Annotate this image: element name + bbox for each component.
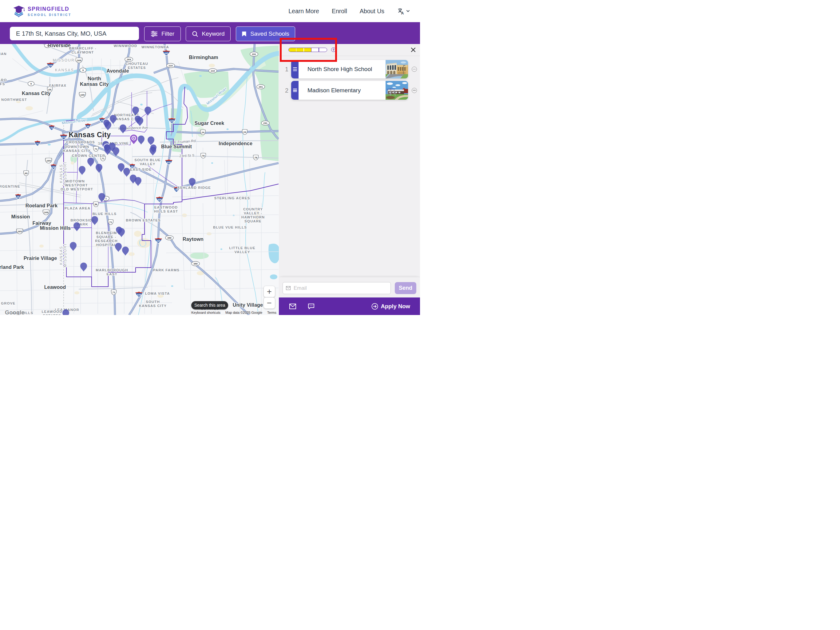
map-label: N GROVE <box>0 301 15 305</box>
svg-text:169: 169 <box>17 230 22 233</box>
map-label: rland Park <box>0 264 24 270</box>
route-shield: 71 <box>108 220 114 225</box>
saved-schools-button[interactable]: Saved Schools <box>236 27 295 41</box>
svg-text:269: 269 <box>127 58 131 61</box>
close-panel-icon[interactable] <box>411 47 416 52</box>
route-shield: 169 <box>43 210 49 215</box>
keyboard-shortcuts-link[interactable]: Keyboard shortcuts <box>191 311 221 314</box>
graduation-cap-logo-icon <box>12 5 25 17</box>
brand-subtitle: SCHOOL DISTRICT <box>28 13 71 17</box>
progress-bar <box>288 47 327 52</box>
main-nav: Learn More Enroll About Us A <box>288 0 410 22</box>
map-label: Prairie Village <box>24 256 57 261</box>
send-button[interactable]: Send <box>395 282 416 294</box>
map-label: MISSOURI <box>53 58 77 62</box>
apply-now-button[interactable]: Apply Now <box>371 303 410 310</box>
svg-text:24: 24 <box>202 131 204 134</box>
brand-name: SPRINGFIELD <box>28 6 71 12</box>
map-label: COUNTRYVALLEY -HAWTHORNSQUARE <box>242 207 265 223</box>
chat-icon[interactable] <box>308 303 314 309</box>
search-this-area-button[interactable]: Search this area <box>191 301 228 309</box>
progress-tick <box>296 48 297 52</box>
email-field-wrap[interactable] <box>283 282 391 294</box>
school-photo <box>385 60 408 78</box>
map-label: 23rd St S <box>179 154 195 158</box>
map-label: BLUE VUE HILLS <box>213 225 247 229</box>
svg-text:24: 24 <box>243 131 246 133</box>
map-label: Raytown <box>183 237 204 242</box>
svg-text:291: 291 <box>252 53 256 56</box>
svg-text:71: 71 <box>112 291 115 294</box>
language-selector[interactable]: A <box>397 7 410 15</box>
route-shield: 169 <box>79 92 85 98</box>
zoom-in-button[interactable]: + <box>264 286 275 297</box>
map-label: BLENHEIMSQUARE -RESEARCHHOSPITAL <box>95 231 117 247</box>
drag-handle-icon <box>293 88 297 93</box>
map-label: Fairway <box>33 220 51 226</box>
filter-sliders-icon <box>151 31 158 37</box>
map-label: Leawood <box>44 285 66 290</box>
map-label: Birmingham <box>189 55 218 60</box>
drag-handle[interactable] <box>291 60 298 78</box>
map-label: EAST SIDE <box>130 168 152 171</box>
svg-text:169: 169 <box>77 59 81 62</box>
apply-now-label: Apply Now <box>381 303 410 310</box>
map-label: PLAZA AREA <box>65 206 90 210</box>
svg-text:169: 169 <box>44 211 48 214</box>
help-icon[interactable]: ? <box>331 47 336 52</box>
svg-text:35: 35 <box>87 125 90 128</box>
remove-school-button[interactable] <box>412 67 417 72</box>
map-canvas[interactable]: 6354352935706707035354354357070435435435… <box>0 44 279 315</box>
svg-text:70: 70 <box>51 127 53 130</box>
terms-link[interactable]: Terms <box>267 311 276 314</box>
map-label: LOMA VISTA <box>145 291 170 295</box>
route-shield: 291 <box>257 85 265 89</box>
map-label: KANSAS <box>59 164 63 183</box>
route-shield: 291 <box>250 52 258 56</box>
address-search-input[interactable] <box>10 27 139 40</box>
email-input[interactable] <box>294 285 387 291</box>
nav-learn-more[interactable]: Learn More <box>288 8 319 15</box>
map-label: Kansas City <box>69 131 111 139</box>
svg-text:71: 71 <box>95 148 98 150</box>
svg-text:71: 71 <box>102 157 104 160</box>
svg-text:670: 670 <box>62 136 66 139</box>
svg-text:210: 210 <box>211 70 215 72</box>
keyword-button[interactable]: Keyword <box>186 27 231 41</box>
nav-enroll[interactable]: Enroll <box>332 8 347 15</box>
nav-about-us[interactable]: About Us <box>360 8 384 15</box>
svg-text:350: 350 <box>167 237 172 239</box>
map-label: BRIARCLIFF -CLAYMONT <box>69 46 96 54</box>
mail-icon[interactable] <box>289 304 296 309</box>
map-label: ASHLAND RIDGE <box>177 186 211 190</box>
remove-school-button[interactable] <box>412 88 417 93</box>
zoom-out-button[interactable]: − <box>264 298 275 309</box>
filter-label: Filter <box>161 30 174 37</box>
map-label: Kansas City <box>22 91 51 96</box>
route-shield: 71 <box>93 146 99 152</box>
route-shield: 269 <box>125 57 133 62</box>
bookmark-icon <box>242 31 246 37</box>
drag-handle[interactable] <box>291 81 298 100</box>
school-name: North Shore High School <box>298 60 385 78</box>
district-logo[interactable]: SPRINGFIELD SCHOOL DISTRICT <box>12 5 71 17</box>
map-label: EASTWOODHILLS EAST <box>154 206 178 213</box>
map-label: Sugar Creek <box>195 120 224 126</box>
svg-text:1: 1 <box>106 197 107 200</box>
svg-text:71: 71 <box>109 221 112 224</box>
svg-text:435: 435 <box>164 52 169 55</box>
map-label: MISSOURI <box>63 244 67 268</box>
map-label: CHOUTEAUESTATES <box>125 62 148 70</box>
route-shield: 9 <box>80 68 87 72</box>
school-name: Madison Elementary <box>298 81 385 100</box>
school-card-1[interactable]: 1 North Shore High School <box>291 60 408 78</box>
map-label: NORTHWEST <box>1 98 27 101</box>
map-attribution: Keyboard shortcuts Map data ©2025 Google… <box>0 311 279 314</box>
map-label: Independence <box>219 141 253 146</box>
map-label: WINNETONKA <box>141 45 169 49</box>
filter-button[interactable]: Filter <box>144 27 181 41</box>
route-shield: 78 <box>201 153 206 158</box>
school-card-2[interactable]: 2 Madison Elementary <box>291 81 408 100</box>
route-shield: 24 <box>242 130 248 135</box>
svg-text:69: 69 <box>25 172 28 175</box>
